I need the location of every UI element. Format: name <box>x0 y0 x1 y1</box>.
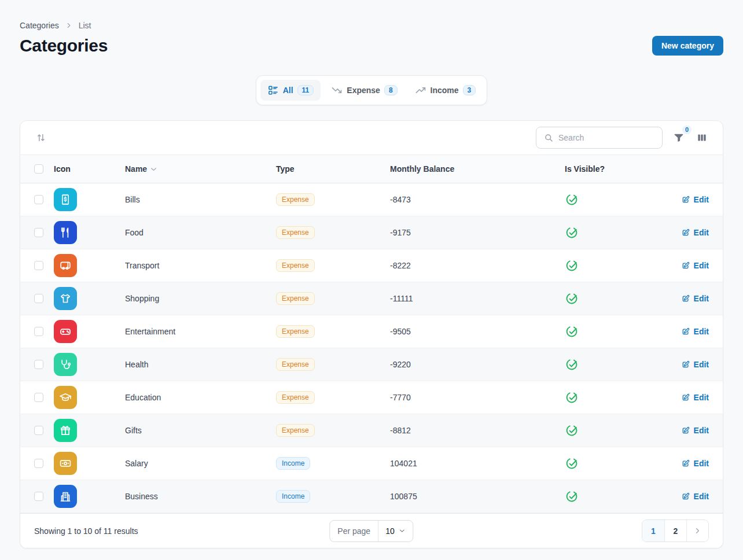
banknote-icon <box>54 452 77 475</box>
per-page-control: Per page 10 <box>329 520 413 542</box>
reorder-button[interactable] <box>34 131 48 145</box>
column-header-name[interactable]: Name <box>125 164 158 174</box>
edit-button[interactable]: Edit <box>681 294 709 303</box>
tab-all-count-badge: 11 <box>297 85 314 95</box>
squares-list-icon <box>267 84 279 96</box>
breadcrumb: Categories List <box>20 0 723 30</box>
row-checkbox[interactable] <box>34 393 43 402</box>
utensils-icon <box>54 221 77 244</box>
tabs: All 11 Expense 8 Income 3 <box>256 75 488 105</box>
type-badge: Expense <box>276 424 315 437</box>
tab-income[interactable]: Income 3 <box>408 80 483 101</box>
category-name: Business <box>125 492 276 501</box>
graduation-cap-icon <box>54 386 77 409</box>
table-row[interactable]: Shopping Expense -11111 Edit <box>20 282 723 315</box>
monthly-balance: -9175 <box>390 228 565 237</box>
check-circle-icon <box>565 226 579 240</box>
table-row[interactable]: Food Expense -9175 Edit <box>20 216 723 249</box>
monthly-balance: -7770 <box>390 393 565 402</box>
type-badge: Expense <box>276 226 315 239</box>
page-1-button[interactable]: 1 <box>642 520 664 541</box>
row-checkbox[interactable] <box>34 327 43 336</box>
new-category-button[interactable]: New category <box>652 36 723 56</box>
edit-button[interactable]: Edit <box>681 327 709 336</box>
per-page-select[interactable]: 10 <box>378 521 413 541</box>
check-circle-icon <box>565 325 579 338</box>
chevron-right-icon <box>65 21 73 30</box>
pencil-square-icon <box>681 294 690 303</box>
row-checkbox[interactable] <box>34 360 43 369</box>
type-badge: Expense <box>276 292 315 305</box>
row-checkbox[interactable] <box>34 261 43 270</box>
column-header-visible: Is Visible? <box>565 164 679 174</box>
chevron-right-icon <box>693 526 702 535</box>
tab-expense-count-badge: 8 <box>384 85 398 95</box>
monthly-balance: 100875 <box>390 492 565 501</box>
pagination: 1 2 <box>642 520 709 542</box>
type-badge: Income <box>276 457 310 470</box>
table-row[interactable]: Business Income 100875 Edit <box>20 480 723 513</box>
row-checkbox[interactable] <box>34 294 43 303</box>
toggle-columns-button[interactable] <box>695 131 709 145</box>
type-badge: Expense <box>276 193 315 206</box>
category-name: Gifts <box>125 426 276 435</box>
table-row[interactable]: Entertainment Expense -9505 Edit <box>20 315 723 348</box>
stethoscope-icon <box>54 353 77 376</box>
select-all-checkbox[interactable] <box>34 164 43 174</box>
edit-button[interactable]: Edit <box>681 261 709 270</box>
table-row[interactable]: Bills Expense -8473 Edit <box>20 183 723 216</box>
check-circle-icon <box>565 456 579 470</box>
pencil-square-icon <box>681 195 690 204</box>
edit-button[interactable]: Edit <box>681 492 709 501</box>
table-toolbar: 0 <box>20 121 723 154</box>
tab-income-count-badge: 3 <box>463 85 476 95</box>
type-badge: Expense <box>276 358 315 371</box>
arrows-up-down-icon <box>35 132 47 143</box>
tab-expense-label: Expense <box>347 86 380 95</box>
edit-button[interactable]: Edit <box>681 360 709 369</box>
row-checkbox[interactable] <box>34 228 43 237</box>
tabs-wrap: All 11 Expense 8 Income 3 <box>20 75 723 105</box>
category-name: Food <box>125 228 276 237</box>
check-circle-icon <box>565 193 579 207</box>
pencil-square-icon <box>681 426 690 435</box>
row-checkbox[interactable] <box>34 459 43 468</box>
search-box <box>536 127 663 149</box>
row-checkbox[interactable] <box>34 195 43 204</box>
edit-button[interactable]: Edit <box>681 228 709 237</box>
gamepad-icon <box>54 320 77 343</box>
table-row[interactable]: Salary Income 104021 Edit <box>20 447 723 480</box>
type-badge: Expense <box>276 391 315 404</box>
trending-up-icon <box>415 84 426 96</box>
edit-button[interactable]: Edit <box>681 426 709 435</box>
category-name: Transport <box>125 261 276 270</box>
table-row[interactable]: Transport Expense -8222 Edit <box>20 249 723 282</box>
table-row[interactable]: Gifts Expense -8812 Edit <box>20 414 723 447</box>
category-name: Entertainment <box>125 327 276 336</box>
category-name: Salary <box>125 459 276 468</box>
page: Categories List Categories New category … <box>0 0 743 548</box>
next-page-button[interactable] <box>686 520 708 541</box>
row-checkbox[interactable] <box>34 492 43 501</box>
column-header-balance: Monthly Balance <box>390 164 565 174</box>
page-2-button[interactable]: 2 <box>664 520 686 541</box>
monthly-balance: -9505 <box>390 327 565 336</box>
tab-all[interactable]: All 11 <box>260 80 321 101</box>
edit-button[interactable]: Edit <box>681 393 709 402</box>
chevron-down-icon <box>399 527 406 535</box>
table-card: 0 Icon Name Type Monthly Balance Is Visi… <box>20 120 723 548</box>
breadcrumb-categories[interactable]: Categories <box>20 21 59 30</box>
search-input[interactable] <box>558 133 655 142</box>
edit-button[interactable]: Edit <box>681 459 709 468</box>
pencil-square-icon <box>681 360 690 369</box>
tab-expense[interactable]: Expense 8 <box>324 80 404 101</box>
funnel-icon <box>673 132 685 143</box>
table-row[interactable]: Health Expense -9220 Edit <box>20 348 723 381</box>
edit-button[interactable]: Edit <box>681 195 709 204</box>
check-circle-icon <box>565 292 579 305</box>
row-checkbox[interactable] <box>34 426 43 435</box>
monthly-balance: -8473 <box>390 195 565 204</box>
building-icon <box>54 485 77 508</box>
table-header-row: Icon Name Type Monthly Balance Is Visibl… <box>20 154 723 183</box>
table-row[interactable]: Education Expense -7770 Edit <box>20 381 723 414</box>
